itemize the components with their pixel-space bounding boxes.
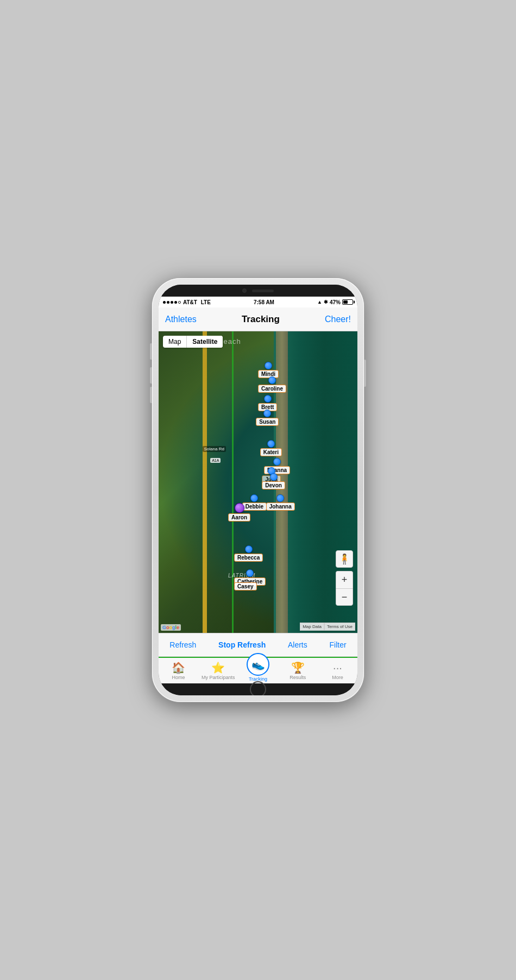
green-route: [232, 331, 234, 633]
marker-dot-mindi: [265, 362, 272, 369]
status-right: ▲ ✱ 47%: [317, 299, 353, 305]
home-button[interactable]: [250, 681, 266, 695]
zoom-controls: + −: [336, 571, 353, 606]
status-left: AT&T LTE: [163, 299, 211, 305]
marker-label-devon: Devon: [262, 481, 285, 489]
signal-dot-4: [174, 301, 177, 304]
marker-dot-caroline: [268, 376, 276, 384]
tab-results-label: Results: [290, 675, 306, 680]
tab-home[interactable]: 🏠 Home: [159, 661, 198, 680]
network-label: LTE: [201, 299, 211, 305]
marker-mindi[interactable]: Mindi: [258, 362, 279, 378]
marker-johanna[interactable]: Johanna: [266, 494, 295, 511]
marker-casey[interactable]: Casey: [234, 582, 256, 590]
carrier-label: AT&T: [183, 299, 197, 305]
tab-home-label: Home: [172, 675, 185, 680]
athletes-button[interactable]: Athletes: [165, 315, 197, 324]
stop-refresh-button[interactable]: Stop Refresh: [214, 638, 270, 651]
cheer-button[interactable]: Cheer!: [325, 315, 351, 324]
marker-label-johanna: Johanna: [266, 502, 295, 511]
map-toggle: Map Satellite: [163, 336, 223, 348]
tab-tracking[interactable]: 👟 Tracking: [238, 659, 278, 682]
filter-button[interactable]: Filter: [325, 638, 350, 651]
tab-more[interactable]: ··· More: [318, 662, 357, 680]
bluetooth-icon: ✱: [324, 299, 328, 305]
marker-devon[interactable]: Devon: [262, 473, 285, 489]
phone-bottom-bar: [159, 683, 357, 695]
marker-label-caroline: Caroline: [258, 385, 286, 393]
camera: [242, 288, 247, 293]
marker-aaron[interactable]: Aaron: [228, 503, 250, 522]
marker-dot-catherine: [246, 569, 254, 577]
battery-fill: [343, 300, 348, 304]
tab-participants-label: My Participants: [202, 675, 235, 680]
marker-dot-debbie: [250, 494, 258, 502]
time-label: 7:58 AM: [254, 299, 274, 305]
google-logo: Google: [161, 624, 181, 631]
alerts-button[interactable]: Alerts: [284, 638, 312, 651]
participants-icon: ⭐: [211, 661, 225, 674]
speaker: [252, 290, 274, 292]
marker-rebecca[interactable]: Rebecca: [234, 545, 263, 562]
map-toggle-map[interactable]: Map: [163, 336, 186, 348]
signal-dot-3: [171, 301, 173, 304]
terms-label: Terms of Use: [324, 623, 355, 631]
marker-dot-brett: [264, 395, 272, 403]
battery-percent: 47%: [330, 299, 341, 305]
marker-kateri[interactable]: Kateri: [260, 440, 282, 456]
highway-road: [203, 331, 207, 633]
signal-dot-5: [178, 301, 181, 304]
signal-dot-1: [163, 301, 166, 304]
map-area[interactable]: Beach Solana Rd A1A LATRIUM Map Satellit…: [159, 331, 357, 633]
page-title: Tracking: [242, 314, 280, 325]
solana-rd-label: Solana Rd: [203, 446, 226, 452]
location-icon: ▲: [317, 299, 322, 305]
refresh-button[interactable]: Refresh: [165, 638, 200, 651]
home-icon: 🏠: [172, 661, 185, 674]
marker-dot-aaron: [235, 503, 244, 513]
screen: AT&T LTE 7:58 AM ▲ ✱ 47% Athletes Tracki: [159, 297, 357, 683]
marker-dot-deanna: [273, 458, 281, 466]
map-data-label: Map Data: [300, 623, 324, 631]
tab-bar: 🏠 Home ⭐ My Participants 👟 Tracking 🏆 Re…: [159, 657, 357, 683]
marker-brett[interactable]: Brett: [258, 395, 277, 411]
signal-dot-2: [167, 301, 169, 304]
battery-icon: [342, 299, 353, 305]
marker-dot-susan: [263, 410, 271, 417]
map-footer-labels: Map Data Terms of Use: [300, 623, 355, 631]
marker-label-aaron: Aaron: [228, 513, 250, 522]
status-bar: AT&T LTE 7:58 AM ▲ ✱ 47%: [159, 297, 357, 307]
nav-bar: Athletes Tracking Cheer!: [159, 307, 357, 331]
signal-dots: [163, 301, 181, 304]
results-icon: 🏆: [291, 661, 305, 674]
zoom-out-button[interactable]: −: [336, 588, 353, 606]
marker-label-rebecca: Rebecca: [234, 554, 263, 562]
marker-caroline[interactable]: Caroline: [258, 376, 286, 393]
zoom-in-button[interactable]: +: [336, 571, 353, 588]
tab-participants[interactable]: ⭐ My Participants: [198, 661, 238, 680]
marker-label-casey: Casey: [234, 582, 256, 590]
marker-dot-devon: [270, 473, 278, 481]
pegman-icon[interactable]: 🧍: [336, 550, 353, 568]
tab-more-label: More: [332, 675, 343, 680]
tracking-circle: 👟: [247, 653, 269, 676]
marker-label-kateri: Kateri: [260, 448, 282, 456]
phone-frame: AT&T LTE 7:58 AM ▲ ✱ 47% Athletes Tracki: [152, 278, 364, 702]
marker-dot-kateri: [267, 440, 275, 448]
marker-label-susan: Susan: [256, 418, 279, 426]
phone-top-bar: [159, 285, 357, 297]
marker-dot-johanna: [276, 494, 284, 502]
marker-susan[interactable]: Susan: [256, 410, 279, 426]
map-toggle-satellite[interactable]: Satellite: [187, 336, 223, 348]
tab-results[interactable]: 🏆 Results: [278, 661, 318, 680]
phone-screen-container: AT&T LTE 7:58 AM ▲ ✱ 47% Athletes Tracki: [159, 285, 357, 695]
a1a-label: A1A: [210, 458, 221, 463]
marker-dot-rebecca: [245, 545, 253, 553]
more-icon: ···: [333, 662, 342, 674]
